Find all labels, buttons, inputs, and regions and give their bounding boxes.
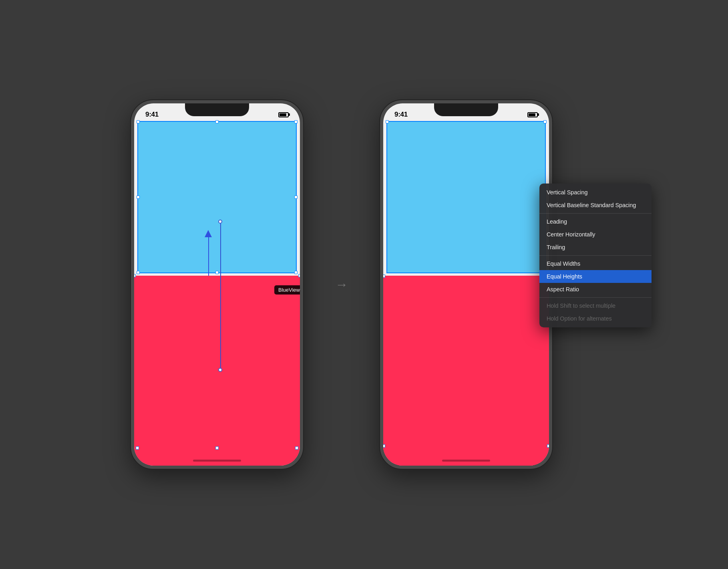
- menu-item-leading[interactable]: Leading: [539, 215, 652, 228]
- menu-hint-shift: Hold Shift to select multiple: [539, 299, 652, 312]
- handle-bl: [137, 271, 140, 274]
- constraint-arrow-head: [205, 230, 212, 237]
- bottom-handle-l: [136, 446, 139, 450]
- left-battery-icon: [278, 112, 289, 117]
- left-red-view[interactable]: [134, 276, 300, 466]
- left-time: 9:41: [145, 111, 159, 119]
- right-blue-view[interactable]: [386, 121, 546, 273]
- right-iphone: 9:41: [380, 100, 552, 469]
- menu-item-trailing[interactable]: Trailing: [539, 241, 652, 254]
- menu-divider-3: [539, 297, 652, 298]
- menu-item-vertical-baseline[interactable]: Vertical Baseline Standard Spacing: [539, 199, 652, 212]
- constraint-dot-bottom: [218, 368, 222, 372]
- context-menu: Vertical Spacing Vertical Baseline Stand…: [539, 184, 652, 327]
- handle-mr: [294, 196, 298, 199]
- left-blue-view[interactable]: [137, 121, 297, 273]
- menu-hint-option: Hold Option for alternates: [539, 312, 652, 325]
- handle-ml: [137, 196, 140, 199]
- left-iphone: 9:41: [131, 100, 303, 469]
- r-red-handle-bl: [383, 444, 385, 448]
- right-time: 9:41: [394, 111, 408, 119]
- right-status-icons: [527, 112, 538, 117]
- right-screen: 9:41: [383, 103, 549, 466]
- handle-bm: [215, 271, 219, 274]
- constraint-dot-top: [218, 220, 222, 224]
- right-red-view[interactable]: [383, 276, 549, 466]
- right-notch: [434, 103, 498, 116]
- constraint-line-1: [208, 232, 209, 276]
- red-handle-tr: [298, 274, 300, 277]
- menu-item-aspect-ratio[interactable]: Aspect Ratio: [539, 283, 652, 296]
- bottom-handle-r: [295, 446, 298, 450]
- menu-item-equal-widths[interactable]: Equal Widths: [539, 257, 652, 270]
- left-home-indicator: [193, 460, 241, 462]
- left-notch: [185, 103, 249, 116]
- right-red-outline: [384, 276, 549, 465]
- menu-divider-2: [539, 255, 652, 256]
- constraint-line-2: [220, 222, 221, 370]
- left-screen: 9:41: [134, 103, 300, 466]
- menu-item-equal-heights[interactable]: Equal Heights: [539, 270, 652, 283]
- bottom-handle-m: [215, 446, 219, 450]
- r-red-handle-br: [547, 444, 549, 448]
- left-status-icons: [278, 112, 289, 117]
- menu-divider-1: [539, 213, 652, 214]
- red-handle-tl: [134, 274, 136, 277]
- handle-br: [294, 271, 298, 274]
- blueview-tooltip: BlueView: [274, 285, 300, 295]
- menu-item-vertical-spacing[interactable]: Vertical Spacing: [539, 186, 652, 199]
- r-red-handle-tl: [383, 274, 385, 278]
- left-nav-arrow: →: [335, 277, 348, 292]
- menu-item-center-horizontally[interactable]: Center Horizontally: [539, 228, 652, 241]
- right-battery-icon: [527, 112, 538, 117]
- main-container: 9:41: [0, 0, 728, 569]
- right-home-indicator: [442, 460, 490, 462]
